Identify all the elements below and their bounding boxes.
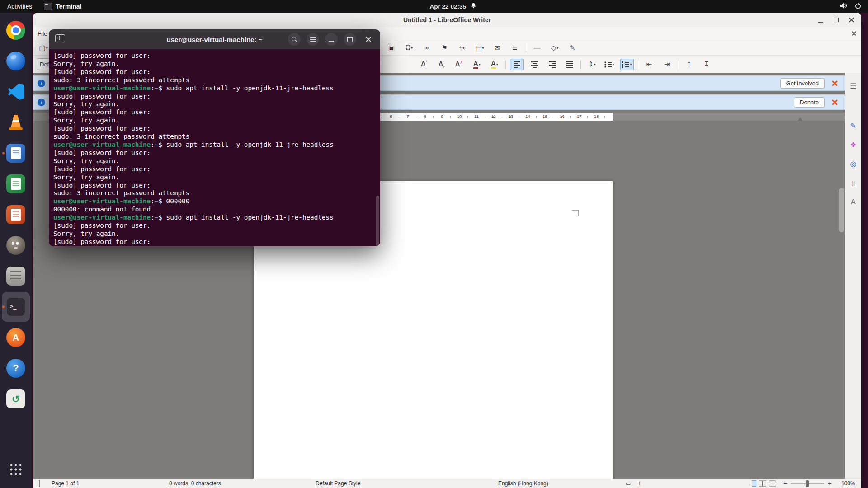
focused-app-menu[interactable]: Terminal (44, 3, 81, 10)
ruler-number: 8 (424, 114, 426, 119)
sidebar-settings-icon[interactable]: ☰ (847, 76, 860, 95)
volume-icon (840, 2, 847, 10)
subscript-icon[interactable]: A₂ (435, 59, 448, 70)
clone-formatting-icon[interactable]: ▣ (385, 42, 398, 54)
paragraph-space-decrease-icon[interactable]: ↧ (700, 59, 713, 70)
dock-item-files[interactable] (2, 261, 30, 291)
donate-button[interactable]: Donate (794, 97, 825, 108)
align-justify-icon[interactable] (563, 59, 576, 70)
close-notification-icon[interactable] (831, 80, 839, 87)
unordered-list-icon[interactable]: ▾ (603, 59, 616, 70)
close-button[interactable] (846, 14, 857, 25)
page-count[interactable]: Page 1 of 1 (52, 480, 79, 487)
basic-shapes-icon[interactable]: ◇▾ (548, 42, 561, 54)
zoom-control: − + (783, 480, 831, 487)
zoom-slider-thumb[interactable] (806, 480, 809, 487)
multi-page-view-icon[interactable] (759, 481, 766, 487)
show-applications-button[interactable] (2, 455, 30, 484)
zoom-out-button[interactable]: − (783, 480, 787, 487)
terminal-menu-button[interactable] (307, 33, 319, 46)
clock: Apr 22 02:35 (430, 3, 466, 10)
dock-item-terminal[interactable] (2, 292, 30, 322)
align-right-icon[interactable] (545, 59, 559, 70)
dock-item-chrome[interactable] (2, 15, 30, 45)
menu-file[interactable]: File (38, 30, 47, 37)
terminal-titlebar[interactable]: user@user-virtual-machine: ~ (49, 29, 380, 49)
top-bar: Activities Terminal Apr 22 02:35 (0, 0, 868, 13)
running-indicator (2, 152, 5, 155)
zoom-in-button[interactable]: + (828, 480, 831, 487)
horizontal-line-icon[interactable]: ― (530, 42, 544, 54)
clear-formatting-icon[interactable]: A✗ (453, 59, 466, 70)
draw-freeform-line-icon[interactable]: ✎ (566, 42, 579, 54)
zoom-slider[interactable] (791, 483, 824, 484)
sidebar-gallery-icon[interactable]: ❖ (847, 135, 860, 154)
insert-cross-reference-icon[interactable]: ↪ (455, 42, 469, 54)
files-icon (6, 267, 25, 286)
align-left-icon[interactable] (510, 59, 524, 70)
special-character-icon[interactable]: Ω▾ (402, 42, 416, 54)
system-status-area[interactable] (840, 0, 862, 13)
writer-status-bar: Page 1 of 1 0 words, 0 characters Defaul… (33, 479, 861, 488)
writer-titlebar[interactable]: Untitled 1 - LibreOffice Writer (33, 13, 861, 28)
paragraph-space-increase-icon[interactable]: ↥ (682, 59, 696, 70)
dock-item-libreoffice-writer[interactable] (2, 138, 30, 168)
terminal-close-button[interactable] (362, 33, 375, 46)
insert-link-icon[interactable]: ∞ (420, 42, 434, 54)
dock-item-utility-green[interactable] (2, 384, 30, 414)
insert-comment-icon[interactable]: ✉ (491, 42, 504, 54)
selection-mode-icon[interactable]: I (639, 480, 641, 487)
dock-item-ubuntu-software[interactable] (2, 323, 30, 352)
dock-item-libreoffice-calc[interactable] (2, 169, 30, 199)
increase-indent-icon[interactable]: ⇥ (660, 59, 674, 70)
page-style[interactable]: Default Page Style (316, 480, 360, 487)
terminal-scrollbar-thumb[interactable] (376, 196, 379, 246)
decrease-indent-icon[interactable]: ⇤ (642, 59, 656, 70)
sidebar-page-icon[interactable]: ▯ (847, 173, 860, 192)
ruler-number: 18 (594, 114, 599, 119)
dock-item-gimp[interactable] (2, 230, 30, 260)
terminal-minimize-button[interactable] (325, 33, 338, 46)
status-sidebar-icon[interactable] (39, 480, 40, 487)
align-center-icon[interactable] (528, 59, 541, 70)
text-language[interactable]: English (Hong Kong) (498, 480, 548, 487)
maximize-button[interactable] (830, 14, 841, 25)
close-document-icon[interactable] (850, 30, 858, 37)
terminal-maximize-button[interactable] (344, 33, 356, 46)
highlight-color-icon[interactable]: A▾ (488, 59, 501, 70)
font-color-icon[interactable]: A▾ (470, 59, 484, 70)
book-view-icon[interactable] (769, 481, 776, 487)
dock-item-firefox[interactable] (2, 46, 30, 76)
dock-item-vscode[interactable] (2, 77, 30, 107)
sidebar-style-inspector-icon[interactable]: A (847, 192, 860, 211)
word-count[interactable]: 0 words, 0 characters (169, 480, 221, 487)
line-spacing-icon[interactable]: ⇕▾ (585, 59, 599, 70)
clock-menu[interactable]: Apr 22 02:35 (430, 0, 477, 13)
insert-mode-icon[interactable]: ▭ (626, 480, 631, 487)
minimize-button[interactable] (815, 14, 826, 25)
right-indent-marker[interactable] (798, 117, 802, 121)
close-notification-icon[interactable] (831, 99, 839, 106)
firefox-icon (6, 52, 25, 70)
sidebar-properties-icon[interactable]: ✎ (847, 116, 860, 135)
toolbar-separator (580, 60, 581, 69)
dock-item-libreoffice-impress[interactable] (2, 200, 30, 230)
document-vertical-scrollbar[interactable] (839, 188, 844, 232)
get-involved-button[interactable]: Get involved (780, 78, 825, 89)
dock-item-help[interactable] (2, 353, 30, 383)
dock-item-vlc[interactable] (2, 108, 30, 137)
insert-field-icon[interactable]: ▤▾ (473, 42, 486, 54)
superscript-icon[interactable]: A² (417, 59, 431, 70)
toolbar2-right: A²A₂A✗A▾A▾⇕▾▾▾⇤⇥↥↧ (417, 56, 713, 73)
single-page-view-icon[interactable] (752, 481, 756, 487)
new-document-icon[interactable]: ▢▾ (37, 42, 50, 54)
terminal-body[interactable]: [sudo] password for user:Sorry, try agai… (49, 49, 380, 246)
new-tab-icon[interactable] (55, 34, 65, 42)
terminal-search-button[interactable] (288, 33, 301, 46)
insert-bookmark-icon[interactable]: ⚑ (438, 42, 451, 54)
sidebar-navigator-icon[interactable]: ◎ (847, 154, 860, 173)
zoom-level[interactable]: 100% (841, 480, 855, 487)
ordered-list-icon[interactable]: ▾ (620, 59, 634, 70)
activities-button[interactable]: Activities (7, 3, 32, 10)
track-changes-icon[interactable]: ≡ (508, 42, 522, 54)
